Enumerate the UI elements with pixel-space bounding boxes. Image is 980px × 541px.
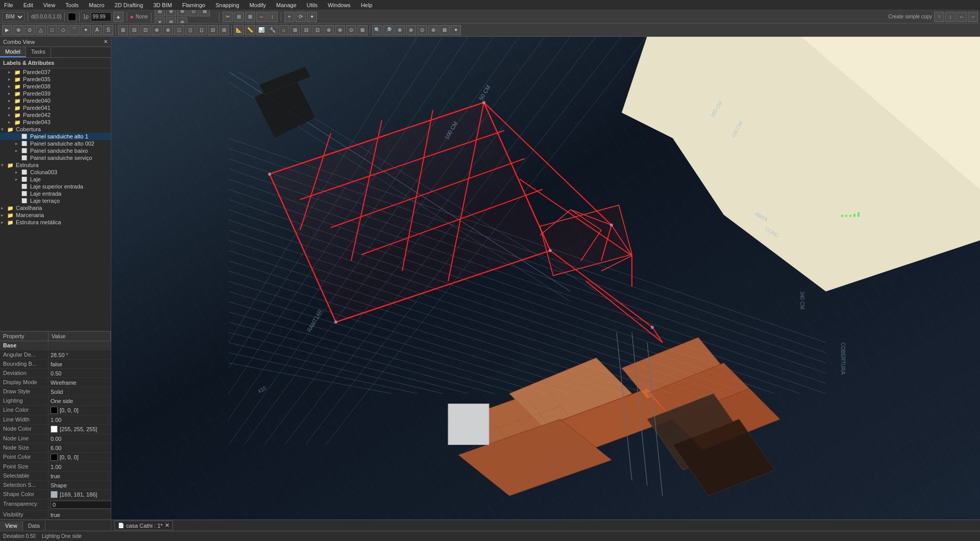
color-swatch-9[interactable] [51,426,58,433]
snap-btn-5[interactable]: ⊠ [200,10,210,16]
tb2-fr-6[interactable]: ⊛ [428,25,438,35]
tb2-btn-8[interactable]: ✦ [81,25,91,35]
tb2-mid-3[interactable]: ⊡ [140,25,151,35]
percentage-input[interactable] [91,12,111,21]
tree-item-18[interactable]: ⬜Laje terraço [0,197,111,204]
tb2-r-4[interactable]: 🔧 [267,25,278,35]
menu-flamingo[interactable]: Flamingo [180,1,207,9]
tb2-btn-9[interactable]: A [92,25,102,35]
tb2-r-8[interactable]: ⊡ [312,25,323,35]
tree-item-9[interactable]: ⬜Painel sanduiche alto 1 [0,133,111,140]
tb2-r-11[interactable]: ⊙ [346,25,356,35]
menu-file[interactable]: File [2,1,15,9]
increment-btn[interactable]: ▲ [113,12,124,22]
menu-macro[interactable]: Macro [87,1,107,9]
viewport[interactable]: 100 CM 50 CM 200 CM 150 CM ABRA CONC 340… [111,37,980,531]
tb2-fr-4[interactable]: ⊗ [406,25,416,35]
tree-item-8[interactable]: ▾📁Cobertura [0,126,111,133]
tb2-r-3[interactable]: 📊 [256,25,266,35]
tree-item-2[interactable]: ▸📁Parede038 [0,83,111,90]
tb2-r-7[interactable]: ⊟ [301,25,311,35]
tb2-mid-1[interactable]: ⊞ [118,25,128,35]
menu-windows[interactable]: Windows [326,1,353,9]
tb2-fr-7[interactable]: ⊠ [439,25,450,35]
combo-view-controls[interactable]: ✕ [104,39,108,44]
menu-3d-bim[interactable]: 3D BIM [151,1,174,9]
tree-item-20[interactable]: ▸📁Marcenaria [0,211,111,219]
copy-btn-1[interactable]: ↑ [934,12,944,22]
snap-btn-1[interactable]: ⊞ [155,10,165,16]
workspace-selector[interactable]: BIM [2,12,24,21]
tb2-r-10[interactable]: ⊗ [335,25,345,35]
tb2-fr-2[interactable]: 🔎 [383,25,394,35]
snap-btn-8[interactable]: ⊛ [177,17,187,24]
snap-btn-6[interactable]: ✕ [155,17,165,24]
tree-item-13[interactable]: ▾📁Estrutura [0,161,111,169]
tb2-mid-2[interactable]: ⊟ [129,25,139,35]
tb2-fr-8[interactable]: ✦ [451,25,461,35]
tree-item-16[interactable]: ⬜Laje superior entrada [0,183,111,190]
menu-tools[interactable]: Tools [63,1,81,9]
tree-item-1[interactable]: ▸📁Parede035 [0,76,111,83]
tb-right-3[interactable]: ✦ [307,12,317,22]
tb-right-1[interactable]: + [284,12,295,22]
color-swatch-12[interactable] [51,454,58,461]
color-swatch-7[interactable] [51,407,58,414]
tree-item-21[interactable]: ▸📁Estrutura metálica [0,219,111,226]
tree-item-17[interactable]: ⬜Laje entrada [0,190,111,197]
tb2-mid-5[interactable]: ⊗ [163,25,173,35]
menu-help[interactable]: Help [359,1,375,9]
menu-manage[interactable]: Manage [274,1,299,9]
color-swatch-toolbar[interactable] [68,13,76,21]
menu-utils[interactable]: Utils [305,1,320,9]
viewport-tab-label[interactable]: casa Cathi : 1* [126,523,163,529]
bottom-tab-view[interactable]: View [0,521,23,530]
tb2-r-2[interactable]: 📏 [245,25,255,35]
copy-btn-3[interactable]: ← [957,12,967,22]
tree-item-14[interactable]: ▸⬜Coluna003 [0,169,111,176]
tree-item-12[interactable]: ⬜Painel sanduiche serviço [0,154,111,161]
copy-btn-4[interactable]: → [968,12,978,22]
bottom-tab-data[interactable]: Data [23,521,45,530]
tb-btn-b[interactable]: ⊞ [234,12,244,22]
tb2-btn-3[interactable]: ⊙ [24,25,35,35]
copy-btn-2[interactable]: ↓ [945,12,955,22]
tb-btn-c[interactable]: ⊠ [245,12,255,22]
tb2-btn-5[interactable]: □ [47,25,57,35]
prop-input-17[interactable] [51,501,111,509]
snap-btn-3[interactable]: ⊗ [177,10,187,16]
tb2-mid-4[interactable]: ⊕ [152,25,162,35]
tb2-mid-8[interactable]: ⌼ [197,25,207,35]
tb2-r-12[interactable]: ⊠ [357,25,368,35]
tree-item-0[interactable]: ▸📁Parede037 [0,68,111,76]
tree-item-15[interactable]: ▸⬜Laje [0,176,111,183]
tb2-fr-1[interactable]: 🔍 [372,25,382,35]
tb2-fr-3[interactable]: ⊕ [395,25,405,35]
tab-model[interactable]: Model [0,47,26,57]
tree-item-4[interactable]: ▸📁Parede040 [0,97,111,104]
tb-btn-e[interactable]: ↕ [267,12,278,22]
tree-item-10[interactable]: ▸⬜Painel sanduiche alto 002 [0,140,111,147]
tb-btn-a[interactable]: ✂ [223,12,233,22]
tb2-btn-4[interactable]: △ [36,25,46,35]
viewport-tab-close[interactable]: ✕ [165,522,169,529]
tb2-mid-10[interactable]: ⊞ [219,25,229,35]
tb2-mid-6[interactable]: ⌺ [174,25,184,35]
tb-right-2[interactable]: ⟳ [296,12,306,22]
tree-item-3[interactable]: ▸📁Parede039 [0,90,111,97]
tb2-fr-5[interactable]: ⊙ [417,25,427,35]
tb2-btn-6[interactable]: ◇ [58,25,68,35]
tb2-btn-10[interactable]: S [103,25,113,35]
tb2-r-9[interactable]: ⊕ [324,25,334,35]
snap-btn-2[interactable]: ⊕ [166,10,176,16]
tb2-mid-9[interactable]: ⊟ [208,25,218,35]
tb2-r-5[interactable]: ⌂ [279,25,289,35]
snap-btn-4[interactable]: ⊙ [188,10,199,16]
tree-item-7[interactable]: ▸📁Parede043 [0,119,111,126]
tb2-r-1[interactable]: 📐 [234,25,244,35]
tb2-r-6[interactable]: ⊞ [290,25,300,35]
tree-item-5[interactable]: ▸📁Parede041 [0,104,111,111]
snap-btn-7[interactable]: ⊞ [166,17,176,24]
tab-tasks[interactable]: Tasks [26,47,51,57]
tb2-btn-2[interactable]: ⊕ [13,25,23,35]
